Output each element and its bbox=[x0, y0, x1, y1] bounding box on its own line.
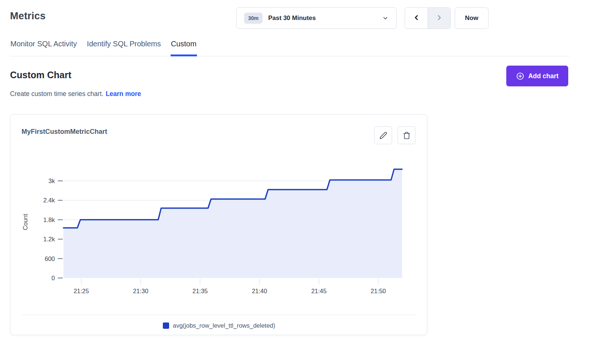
section-title: Custom Chart bbox=[10, 70, 71, 80]
tab-monitor-sql-activity[interactable]: Monitor SQL Activity bbox=[10, 40, 77, 56]
tab-custom[interactable]: Custom bbox=[171, 40, 197, 56]
chevron-down-icon bbox=[382, 15, 389, 21]
custom-chart-plot[interactable]: 06001.2k1.8k2.4k3k21:2521:3021:3521:4021… bbox=[10, 155, 418, 301]
legend-label: avg(jobs_row_level_ttl_rows_deleted) bbox=[173, 322, 275, 329]
now-button[interactable]: Now bbox=[455, 7, 488, 29]
svg-text:21:45: 21:45 bbox=[311, 288, 326, 294]
time-window-selector[interactable]: 30m Past 30 Minutes bbox=[236, 7, 397, 29]
tab-identify-sql-problems[interactable]: Identify SQL Problems bbox=[86, 40, 161, 56]
section-description-text: Create custom time series chart. bbox=[10, 90, 103, 97]
time-nav-arrows bbox=[405, 7, 451, 29]
svg-text:1.2k: 1.2k bbox=[43, 236, 55, 242]
svg-text:600: 600 bbox=[45, 255, 55, 262]
svg-text:1.8k: 1.8k bbox=[43, 216, 55, 223]
svg-text:2.4k: 2.4k bbox=[43, 197, 55, 203]
section-description: Create custom time series chart.Learn mo… bbox=[10, 90, 141, 98]
svg-text:21:30: 21:30 bbox=[133, 288, 148, 294]
add-chart-button[interactable]: Add chart bbox=[506, 66, 568, 86]
edit-chart-button[interactable] bbox=[374, 126, 392, 144]
legend-divider bbox=[22, 315, 417, 315]
legend-swatch bbox=[163, 322, 169, 329]
svg-text:21:40: 21:40 bbox=[252, 288, 267, 294]
svg-text:3k: 3k bbox=[49, 178, 55, 184]
learn-more-link[interactable]: Learn more bbox=[106, 90, 141, 97]
trash-icon bbox=[403, 132, 411, 139]
chart-legend: avg(jobs_row_level_ttl_rows_deleted) bbox=[10, 322, 428, 329]
svg-text:21:25: 21:25 bbox=[73, 288, 89, 294]
svg-text:0: 0 bbox=[52, 275, 55, 281]
delete-chart-button[interactable] bbox=[398, 126, 415, 144]
time-window-label: Past 30 Minutes bbox=[268, 14, 316, 22]
time-window-badge: 30m bbox=[244, 13, 263, 24]
metrics-tabs: Monitor SQL Activity Identify SQL Proble… bbox=[10, 37, 570, 56]
add-chart-label: Add chart bbox=[528, 72, 559, 80]
next-time-button[interactable] bbox=[428, 8, 450, 29]
svg-text:Count: Count bbox=[22, 214, 29, 230]
page-title: Metrics bbox=[10, 10, 46, 22]
svg-text:21:35: 21:35 bbox=[193, 288, 208, 294]
chevron-left-icon bbox=[412, 14, 420, 23]
plus-circle-icon bbox=[516, 72, 524, 80]
chart-title: MyFirstCustomMetricChart bbox=[22, 128, 107, 136]
chevron-right-icon bbox=[435, 14, 443, 23]
custom-chart-card: MyFirstCustomMetricChart 06001.2k1.8k2.4… bbox=[10, 114, 427, 335]
prev-time-button[interactable] bbox=[405, 8, 428, 29]
pencil-icon bbox=[379, 132, 387, 139]
svg-text:21:50: 21:50 bbox=[371, 288, 386, 294]
